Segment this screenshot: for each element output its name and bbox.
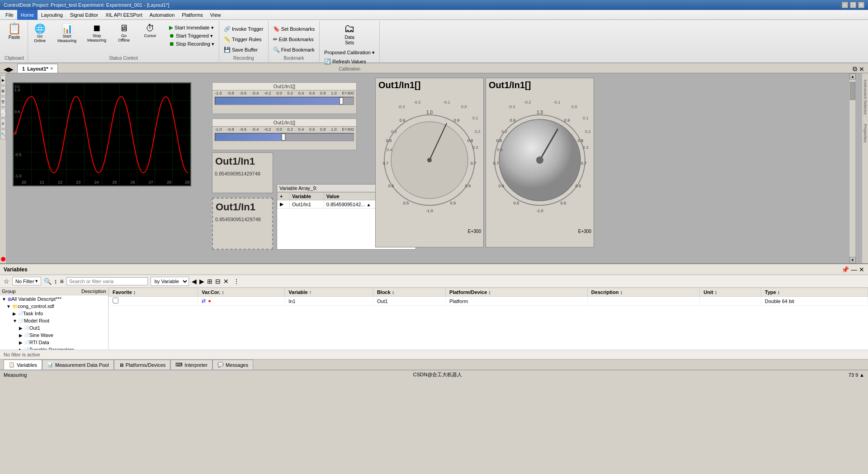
- paste-button[interactable]: 📋 Paste: [5, 22, 24, 42]
- tool-2[interactable]: ⊞: [0, 86, 6, 96]
- proposed-calibration-button[interactable]: Proposed Calibration ▾: [322, 49, 377, 57]
- set-bookmarks-button[interactable]: 🔖 Set Bookmarks: [271, 25, 317, 33]
- favorite-checkbox[interactable]: [113, 298, 118, 303]
- tool-4[interactable]: 📈: [0, 108, 6, 118]
- menu-platforms[interactable]: Platforms: [178, 10, 206, 20]
- tree-item-modelroot[interactable]: ▼ 📄 Model Root: [0, 317, 108, 324]
- scroll-up-button[interactable]: ▲: [849, 73, 856, 80]
- stop-measuring-button[interactable]: ⏹ StopMeasuring: [85, 22, 108, 44]
- scroll-down-button[interactable]: ▼: [849, 257, 856, 263]
- tree-item-tunable[interactable]: ▶ 📄 Tunable Parameters: [0, 346, 108, 350]
- minimize-button[interactable]: ─: [842, 2, 848, 8]
- trigger-rules-button[interactable]: 📏 Trigger Rules: [222, 35, 265, 43]
- slider1-bar[interactable]: [215, 97, 354, 105]
- tool-3[interactable]: ☰: [0, 97, 6, 107]
- filter-icon[interactable]: 🔍: [44, 278, 52, 285]
- menu-home[interactable]: Home: [17, 10, 38, 20]
- bottom-tab-messages[interactable]: 💬 Messages: [212, 360, 253, 370]
- group-icon[interactable]: ≡: [60, 278, 64, 285]
- display-widget-2[interactable]: Out1/In1 0.854590951429748: [212, 198, 273, 250]
- start-triggered-button[interactable]: ⏺ Start Triggered ▾: [167, 32, 216, 40]
- go-offline-button[interactable]: 🖥 GoOffline: [115, 22, 133, 44]
- gauge-widget-2[interactable]: Out1/In1[] 1.0 0.9 0.8 0.7 0.6: [486, 78, 594, 247]
- bottom-tab-measurement[interactable]: 📊 Measurement Data Pool: [42, 360, 114, 370]
- col-block-header[interactable]: Block ↕: [373, 288, 445, 297]
- row-expand[interactable]: ▶: [278, 200, 290, 209]
- tool-5[interactable]: ⊙: [0, 118, 6, 128]
- variables-minimize-button[interactable]: —: [851, 266, 857, 273]
- menu-automation[interactable]: Automation: [146, 10, 179, 20]
- slider1-thumb[interactable]: [340, 97, 343, 104]
- find-bookmark-button[interactable]: 🔍 Find Bookmark: [271, 46, 317, 54]
- bottom-tab-interpreter[interactable]: ⌨ Interpreter: [170, 360, 212, 370]
- col-platform-header[interactable]: Platform/Device ↕: [446, 288, 588, 297]
- more-options-button[interactable]: ⋮: [233, 278, 240, 285]
- col-varscor-header[interactable]: Var.Cor. ↕: [198, 288, 285, 297]
- menu-layouting[interactable]: Layouting: [38, 10, 66, 20]
- tree-item-out1[interactable]: ▶ 📄 Out1: [0, 324, 108, 332]
- go-online-button[interactable]: 🌐 GoOnline: [31, 22, 49, 44]
- clear-filter-button[interactable]: ✕: [223, 278, 229, 285]
- col-variable-header[interactable]: Variable ↑: [285, 288, 373, 297]
- scroll-thumb[interactable]: [850, 82, 855, 100]
- slider-widget-2[interactable]: Out1/In1[] -1.0-0.8-0.6-0.4-0.20.00.20.4…: [212, 118, 357, 150]
- bottom-tab-variables[interactable]: 📋 Variables: [4, 360, 42, 370]
- canvas-area[interactable]: In1 1.0 0.5 0 -0.5 -1.0 2021222324252627…: [6, 73, 862, 263]
- instrument-selector[interactable]: Instrument Selector: [863, 75, 868, 115]
- menu-signal-editor[interactable]: Signal Editor: [66, 10, 102, 20]
- col-type-header[interactable]: Type ↕: [761, 288, 868, 297]
- gauge-widget-1[interactable]: Out1/In1[] 1.0 0.9 0.8 0.7 0.6 0.5 -1.0 …: [375, 78, 484, 247]
- stop-recording-button[interactable]: ⏹ Stop Recording ▾: [167, 40, 216, 48]
- filter-dropdown[interactable]: No Filter ▾: [12, 277, 41, 285]
- nav-next-button[interactable]: ▶: [199, 278, 204, 285]
- scroll-track[interactable]: [849, 80, 855, 257]
- slider2-thumb[interactable]: [282, 133, 285, 141]
- restore-button[interactable]: ❐: [850, 2, 856, 8]
- bottom-tab-platforms[interactable]: 🖥 Platforms/Devices: [114, 360, 171, 370]
- tool-6[interactable]: 🔧: [0, 129, 6, 139]
- vars-star-icon[interactable]: ☆: [4, 278, 9, 285]
- variables-close-button[interactable]: ✕: [859, 266, 864, 273]
- menu-xil-api[interactable]: XIL API EESPort: [102, 10, 146, 20]
- close-button[interactable]: ✕: [858, 2, 864, 8]
- display-widget-1[interactable]: Out1/In1 0.854590951429748: [212, 152, 273, 193]
- layout-tab-1[interactable]: 1 Layout1* ×: [17, 64, 58, 73]
- nav-prev-button[interactable]: ◀: [192, 278, 197, 285]
- tree-item-taskinfo[interactable]: ▶ 📄 Task Info: [0, 310, 108, 317]
- menu-view[interactable]: View: [207, 10, 225, 20]
- tree-item-all[interactable]: ▼ ⊞ All Variable Descript***: [0, 295, 108, 303]
- start-immediate-button[interactable]: ▶ Start Immediate ▾: [167, 24, 216, 32]
- time-cursor-button[interactable]: ⏱ Cursor: [139, 22, 161, 39]
- properties-panel[interactable]: Properties: [863, 115, 868, 142]
- nav-right-icon[interactable]: ▶: [9, 66, 14, 73]
- tool-1[interactable]: ▶: [0, 75, 6, 85]
- close-layout-icon[interactable]: ✕: [859, 66, 864, 73]
- title-bar-controls[interactable]: ─ ❐ ✕: [842, 2, 864, 8]
- slider-widget-1[interactable]: Out1/In1[] -1.0-0.8-0.6-0.4-0.20.00.20.4…: [212, 82, 357, 114]
- save-buffer-button[interactable]: 💾 Save Buffer: [222, 46, 265, 54]
- tree-item-rtidata[interactable]: ▶ 📄 RTI Data: [0, 339, 108, 346]
- col-favorite-header[interactable]: Favorite ↕: [109, 288, 198, 297]
- tree-item-sdf[interactable]: ▼ 📁 cong_control.sdf: [0, 303, 108, 310]
- col-description-header[interactable]: Description ↕: [587, 288, 699, 297]
- nav-left-icon[interactable]: ◀: [4, 66, 9, 73]
- expand-button[interactable]: ⊞: [207, 278, 212, 285]
- oscilloscope-widget[interactable]: In1 1.0 0.5 0 -0.5 -1.0 2021222324252627…: [13, 82, 191, 186]
- menu-file[interactable]: File: [2, 10, 17, 20]
- start-measuring-button[interactable]: 📊 StartMeasuring: [55, 22, 79, 44]
- search-input[interactable]: [66, 277, 148, 285]
- variables-pin-button[interactable]: 📌: [841, 266, 849, 273]
- data-sets-button[interactable]: 🗂 DataSets: [340, 22, 359, 47]
- slider2-bar[interactable]: [215, 133, 354, 141]
- float-icon[interactable]: ⧉: [853, 65, 857, 73]
- collapse-button[interactable]: ⊟: [215, 278, 221, 285]
- edit-bookmarks-button[interactable]: ✏ Edit Bookmarks: [271, 35, 317, 43]
- refresh-values-button[interactable]: 🔄 Refresh Values: [322, 57, 377, 66]
- layout-tab-close[interactable]: ×: [51, 66, 53, 71]
- by-variable-select[interactable]: by Variable: [151, 277, 189, 286]
- tree-item-sinewave[interactable]: ▶ 📄 Sine Wave: [0, 332, 108, 339]
- invoke-trigger-button[interactable]: 🔗 Invoke Trigger: [222, 25, 265, 33]
- cell-favorite[interactable]: [109, 297, 198, 306]
- sort-icon[interactable]: ↕: [54, 278, 57, 285]
- col-unit-header[interactable]: Unit ↕: [700, 288, 761, 297]
